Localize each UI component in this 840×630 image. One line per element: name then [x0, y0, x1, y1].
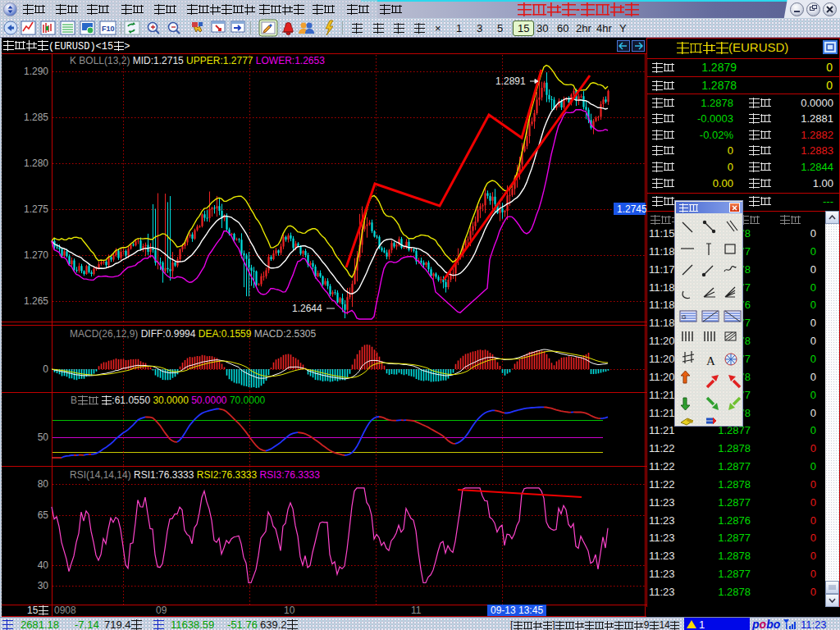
svg-text:09-13 13:45: 09-13 13:45: [491, 605, 543, 616]
svg-text:K BOLL(13,2) MID:1.2715 UPPER: K BOLL(13,2) MID:1.2715 UPPER:1.2777 LOW…: [70, 55, 325, 66]
svg-text:10: 10: [284, 605, 295, 616]
svg-text:A: A: [706, 354, 715, 368]
svg-text:30: 30: [38, 580, 49, 591]
svg-text:11: 11: [411, 605, 422, 616]
svg-text:80: 80: [38, 478, 49, 490]
svg-text:RSI(14,14,14) RSI1:76.3333 RSI: RSI(14,14,14) RSI1:76.3333 RSI2:76.3333 …: [70, 469, 320, 481]
svg-text:1.265: 1.265: [24, 295, 48, 307]
svg-text:F10: F10: [102, 25, 115, 33]
svg-text:1.280: 1.280: [24, 158, 48, 169]
svg-text:1.2891: 1.2891: [495, 75, 526, 87]
svg-text:1.2745: 1.2745: [617, 203, 646, 215]
svg-text:1.290: 1.290: [24, 66, 48, 77]
svg-text:1.275: 1.275: [24, 203, 48, 215]
svg-text:40: 40: [38, 559, 49, 571]
svg-text:09: 09: [156, 605, 167, 616]
svg-text:1.270: 1.270: [24, 249, 48, 261]
svg-text:1.285: 1.285: [24, 112, 48, 123]
svg-text:1.2644: 1.2644: [292, 303, 322, 314]
svg-text:50: 50: [38, 431, 49, 443]
svg-text:MACD(26,12,9) DIFF:0.9994 DEA:: MACD(26,12,9) DIFF:0.9994 DEA:0.1559 MAC…: [70, 328, 317, 340]
svg-text:65: 65: [38, 509, 49, 521]
svg-text:G: G: [682, 314, 686, 320]
svg-text:0: 0: [43, 363, 48, 375]
svg-text:0908: 0908: [54, 605, 76, 616]
